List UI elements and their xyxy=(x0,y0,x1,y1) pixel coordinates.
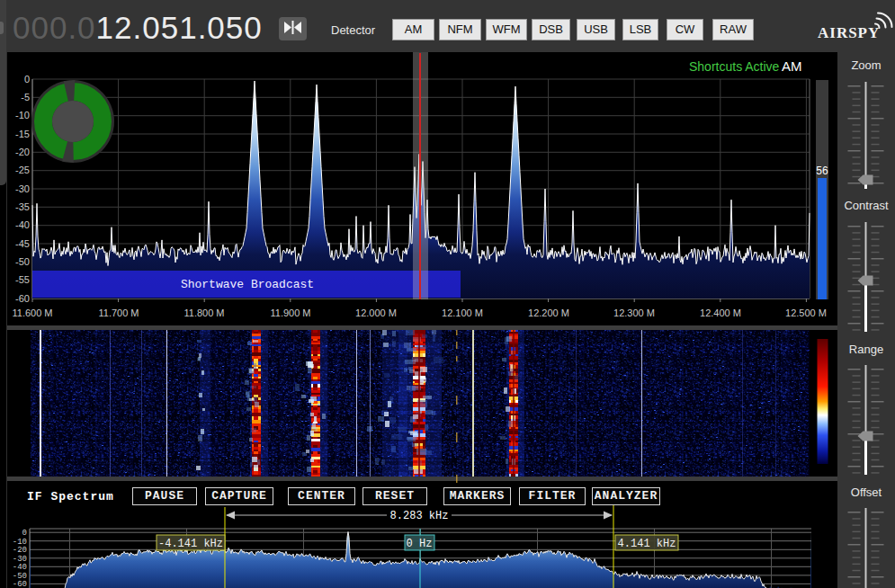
svg-text:11.600 M: 11.600 M xyxy=(12,307,52,318)
svg-text:-30: -30 xyxy=(15,183,30,194)
svg-text:-25: -25 xyxy=(15,165,30,175)
svg-text:-60: -60 xyxy=(13,580,27,588)
svg-text:-15: -15 xyxy=(15,129,30,139)
svg-text:56: 56 xyxy=(816,165,828,177)
svg-text:-30: -30 xyxy=(13,555,27,564)
svg-text:4.141 kHz: 4.141 kHz xyxy=(618,538,676,550)
svg-text:-10: -10 xyxy=(15,110,30,120)
svg-text:8.283 kHz: 8.283 kHz xyxy=(390,510,449,522)
svg-text:12.200 M: 12.200 M xyxy=(528,307,569,318)
svg-text:12.300 M: 12.300 M xyxy=(613,307,655,318)
svg-text:-55: -55 xyxy=(15,274,30,285)
svg-text:11.800 M: 11.800 M xyxy=(183,307,224,318)
svg-text:-20: -20 xyxy=(13,546,27,555)
svg-text:11.900 M: 11.900 M xyxy=(270,307,310,318)
svg-text:AM: AM xyxy=(782,58,802,74)
svg-text:-10: -10 xyxy=(13,538,27,547)
svg-text:-20: -20 xyxy=(15,147,30,157)
svg-text:-35: -35 xyxy=(15,201,30,212)
svg-text:Shortwave Broadcast: Shortwave Broadcast xyxy=(181,278,314,291)
svg-text:-40: -40 xyxy=(13,563,27,572)
svg-text:-40: -40 xyxy=(15,219,30,230)
svg-text:-4.141 kHz: -4.141 kHz xyxy=(158,538,223,550)
svg-text:-60: -60 xyxy=(15,293,30,304)
svg-text:12.000 M: 12.000 M xyxy=(355,307,397,318)
svg-text:-50: -50 xyxy=(13,572,27,581)
svg-text:Shortcuts Active: Shortcuts Active xyxy=(689,59,780,74)
svg-text:12.400 M: 12.400 M xyxy=(700,307,741,318)
svg-text:-5: -5 xyxy=(21,92,30,102)
svg-text:0: 0 xyxy=(22,529,27,538)
svg-text:-45: -45 xyxy=(15,238,30,249)
svg-text:-50: -50 xyxy=(15,256,30,267)
svg-text:12.500 M: 12.500 M xyxy=(785,307,827,318)
svg-text:11.700 M: 11.700 M xyxy=(98,307,139,318)
svg-text:12.100 M: 12.100 M xyxy=(442,307,483,318)
svg-text:0: 0 xyxy=(24,74,30,85)
svg-text:0 Hz: 0 Hz xyxy=(407,538,433,550)
